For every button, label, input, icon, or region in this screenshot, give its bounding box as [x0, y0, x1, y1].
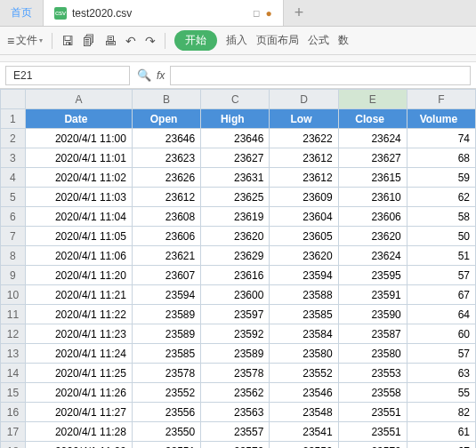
- cell[interactable]: 23621: [132, 246, 200, 266]
- cell[interactable]: 23615: [338, 168, 407, 188]
- formula-input[interactable]: [170, 66, 471, 85]
- cell[interactable]: 67: [407, 442, 475, 449]
- cell[interactable]: 23553: [338, 364, 407, 383]
- cell[interactable]: 23620: [270, 246, 338, 266]
- select-all-corner[interactable]: [1, 90, 26, 109]
- cell[interactable]: 2020/4/1 11:06: [25, 246, 132, 266]
- cell[interactable]: 2020/4/1 11:22: [25, 305, 132, 324]
- cell[interactable]: 68: [407, 148, 475, 168]
- cell[interactable]: 23607: [132, 266, 200, 285]
- cell[interactable]: 23552: [270, 364, 338, 383]
- cell[interactable]: 23552: [132, 383, 200, 403]
- cell[interactable]: 59: [407, 168, 475, 188]
- cell[interactable]: 23550: [132, 422, 200, 442]
- cell[interactable]: 23590: [338, 305, 407, 324]
- cell[interactable]: 62: [407, 188, 475, 207]
- cell[interactable]: 63: [407, 364, 475, 383]
- cell[interactable]: 67: [407, 285, 475, 305]
- cell[interactable]: 23622: [270, 129, 338, 148]
- data-tab[interactable]: 数: [338, 33, 349, 48]
- cell[interactable]: 23588: [270, 285, 338, 305]
- cell[interactable]: 23625: [201, 188, 270, 207]
- cell[interactable]: 23624: [338, 246, 407, 266]
- cell[interactable]: 23562: [201, 383, 270, 403]
- cell[interactable]: 23623: [132, 148, 200, 168]
- cell[interactable]: 23570: [201, 442, 270, 449]
- cell[interactable]: 51: [407, 246, 475, 266]
- row-header[interactable]: 10: [1, 285, 26, 305]
- cell[interactable]: 23563: [201, 403, 270, 422]
- cell[interactable]: 23612: [132, 188, 200, 207]
- cell[interactable]: 23556: [132, 403, 200, 422]
- cell[interactable]: 23624: [338, 129, 407, 148]
- row-header[interactable]: 18: [1, 442, 26, 449]
- header-cell[interactable]: Volume: [407, 109, 475, 129]
- cell[interactable]: 23585: [270, 305, 338, 324]
- row-header[interactable]: 3: [1, 148, 26, 168]
- row-header[interactable]: 11: [1, 305, 26, 324]
- cell[interactable]: 23627: [201, 148, 270, 168]
- cell[interactable]: 23591: [338, 285, 407, 305]
- cell[interactable]: 57: [407, 344, 475, 364]
- cell[interactable]: 23619: [201, 207, 270, 227]
- cell[interactable]: 23627: [338, 148, 407, 168]
- cell[interactable]: 82: [407, 403, 475, 422]
- cell[interactable]: 2020/4/1 11:24: [25, 344, 132, 364]
- cell[interactable]: 23551: [132, 442, 200, 449]
- cell[interactable]: 23541: [270, 422, 338, 442]
- cell[interactable]: 23584: [270, 324, 338, 344]
- row-header[interactable]: 7: [1, 227, 26, 246]
- cell[interactable]: 23605: [270, 227, 338, 246]
- row-header[interactable]: 17: [1, 422, 26, 442]
- cell[interactable]: 23626: [132, 168, 200, 188]
- header-cell[interactable]: Date: [25, 109, 132, 129]
- cell[interactable]: 23551: [338, 403, 407, 422]
- cell[interactable]: 23595: [338, 266, 407, 285]
- new-tab-button[interactable]: +: [284, 0, 315, 26]
- page-layout-tab[interactable]: 页面布局: [256, 33, 299, 48]
- column-header-f[interactable]: F: [407, 90, 475, 109]
- cell[interactable]: 2020/4/1 11:03: [25, 188, 132, 207]
- cell[interactable]: 23558: [338, 383, 407, 403]
- cell[interactable]: 23580: [270, 344, 338, 364]
- cell[interactable]: 23620: [338, 227, 407, 246]
- cell[interactable]: 23606: [132, 227, 200, 246]
- cell[interactable]: 23629: [201, 246, 270, 266]
- cell[interactable]: 50: [407, 227, 475, 246]
- cell[interactable]: 23585: [132, 344, 200, 364]
- tab-menu-icon[interactable]: ◻: [253, 8, 260, 18]
- row-header[interactable]: 6: [1, 207, 26, 227]
- cell[interactable]: 23557: [201, 422, 270, 442]
- preview-button[interactable]: 🖶: [104, 34, 117, 48]
- row-header[interactable]: 15: [1, 383, 26, 403]
- row-header[interactable]: 9: [1, 266, 26, 285]
- cell[interactable]: 23551: [338, 422, 407, 442]
- tab-home[interactable]: 首页: [0, 0, 44, 26]
- column-header-c[interactable]: C: [201, 90, 270, 109]
- search-icon[interactable]: 🔍: [137, 68, 151, 82]
- cell[interactable]: 23612: [270, 168, 338, 188]
- cell[interactable]: 60: [407, 324, 475, 344]
- cell[interactable]: 57: [407, 266, 475, 285]
- column-header-a[interactable]: A: [25, 90, 132, 109]
- cell[interactable]: 23604: [270, 207, 338, 227]
- cell[interactable]: 23612: [270, 148, 338, 168]
- cell[interactable]: 58: [407, 207, 475, 227]
- cell[interactable]: 23600: [201, 285, 270, 305]
- cell[interactable]: 23597: [201, 305, 270, 324]
- column-header-e[interactable]: E: [338, 90, 407, 109]
- spreadsheet-grid[interactable]: ABCDEF 1DateOpenHighLowCloseVolume22020/…: [0, 89, 476, 448]
- cell[interactable]: 23589: [132, 305, 200, 324]
- cell[interactable]: 23589: [201, 344, 270, 364]
- cell[interactable]: 2020/4/1 11:29: [25, 442, 132, 449]
- header-cell[interactable]: Low: [270, 109, 338, 129]
- cell[interactable]: 2020/4/1 11:20: [25, 266, 132, 285]
- redo-button[interactable]: ↷: [145, 34, 156, 48]
- column-header-d[interactable]: D: [270, 90, 338, 109]
- cell[interactable]: 2020/4/1 11:02: [25, 168, 132, 188]
- cell[interactable]: 23550: [270, 442, 338, 449]
- header-cell[interactable]: Close: [338, 109, 407, 129]
- row-header[interactable]: 14: [1, 364, 26, 383]
- row-header[interactable]: 2: [1, 129, 26, 148]
- formula-tab[interactable]: 公式: [308, 33, 329, 48]
